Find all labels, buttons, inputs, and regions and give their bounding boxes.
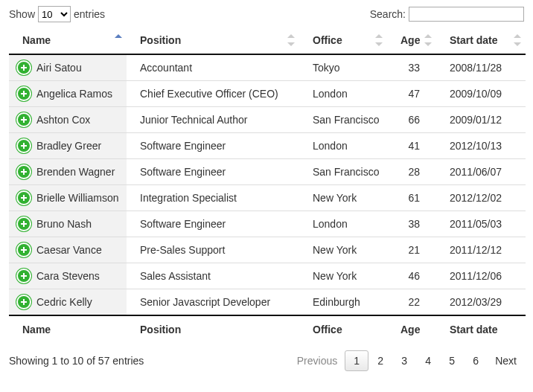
- table-row: Cara StevensSales AssistantNew York46201…: [9, 263, 526, 289]
- table-controls-top: Show 102550100 entries Search:: [9, 6, 524, 27]
- sort-icon: [287, 34, 295, 46]
- cell-name-text: Caesar Vance: [36, 244, 102, 256]
- cell-name-text: Ashton Cox: [36, 114, 90, 126]
- cell-start: 2009/01/12: [436, 107, 526, 133]
- cell-start: 2011/06/07: [436, 159, 526, 185]
- table-info: Showing 1 to 10 of 57 entries: [9, 355, 144, 367]
- cell-start: 2011/12/12: [436, 237, 526, 263]
- search-input[interactable]: [409, 7, 524, 22]
- expand-row-icon[interactable]: [18, 192, 30, 204]
- column-header-label: Office: [313, 34, 342, 46]
- pagination-page-4[interactable]: 4: [416, 350, 440, 371]
- cell-age: 21: [387, 237, 436, 263]
- cell-name: Angelica Ramos: [9, 81, 127, 107]
- cell-position: Pre-Sales Support: [127, 237, 299, 263]
- sort-icon: [424, 34, 432, 46]
- table-row: Cedric KellySenior Javascript DeveloperE…: [9, 289, 526, 316]
- cell-position: Accountant: [127, 54, 299, 81]
- cell-age: 61: [387, 185, 436, 211]
- length-menu: Show 102550100 entries: [9, 6, 105, 22]
- cell-start: 2011/05/03: [436, 211, 526, 237]
- cell-age: 46: [387, 263, 436, 289]
- cell-office: New York: [299, 263, 387, 289]
- cell-name: Ashton Cox: [9, 107, 127, 133]
- table-row: Brielle WilliamsonIntegration Specialist…: [9, 185, 526, 211]
- length-menu-show: Show: [9, 8, 35, 20]
- cell-position: Software Engineer: [127, 133, 299, 159]
- cell-age: 41: [387, 133, 436, 159]
- data-table: NamePositionOfficeAgeStart date Airi Sat…: [9, 27, 526, 343]
- cell-name: Bruno Nash: [9, 211, 127, 237]
- table-row: Brenden WagnerSoftware EngineerSan Franc…: [9, 159, 526, 185]
- expand-row-icon[interactable]: [18, 114, 30, 126]
- table-head: NamePositionOfficeAgeStart date: [9, 27, 526, 54]
- column-footer-start: Start date: [436, 315, 526, 343]
- expand-row-icon[interactable]: [18, 140, 30, 152]
- cell-position: Integration Specialist: [127, 185, 299, 211]
- search-label: Search:: [370, 8, 406, 20]
- length-menu-entries: entries: [74, 8, 105, 20]
- pagination-page-2[interactable]: 2: [368, 350, 392, 371]
- cell-age: 28: [387, 159, 436, 185]
- cell-office: London: [299, 211, 387, 237]
- cell-position: Software Engineer: [127, 159, 299, 185]
- cell-name-text: Airi Satou: [36, 62, 82, 74]
- column-header-position[interactable]: Position: [127, 27, 299, 54]
- pagination-page-6[interactable]: 6: [464, 350, 488, 371]
- column-footer-age: Age: [387, 315, 436, 343]
- table-row: Angelica RamosChief Executive Officer (C…: [9, 81, 526, 107]
- pagination-page-5[interactable]: 5: [440, 350, 464, 371]
- cell-office: San Francisco: [299, 159, 387, 185]
- pagination-page-3[interactable]: 3: [392, 350, 416, 371]
- cell-name: Bradley Greer: [9, 133, 127, 159]
- column-header-office[interactable]: Office: [299, 27, 387, 54]
- sort-icon: [514, 34, 521, 46]
- column-header-start[interactable]: Start date: [436, 27, 526, 54]
- cell-position: Software Engineer: [127, 211, 299, 237]
- cell-age: 22: [387, 289, 436, 316]
- cell-office: New York: [299, 185, 387, 211]
- column-header-name[interactable]: Name: [9, 27, 127, 54]
- cell-office: London: [299, 133, 387, 159]
- cell-age: 47: [387, 81, 436, 107]
- cell-name-text: Bruno Nash: [36, 218, 92, 230]
- column-header-age[interactable]: Age: [387, 27, 436, 54]
- table-row: Bruno NashSoftware EngineerLondon382011/…: [9, 211, 526, 237]
- table-row: Airi SatouAccountantTokyo332008/11/28: [9, 54, 526, 81]
- cell-start: 2012/12/02: [436, 185, 526, 211]
- expand-row-icon[interactable]: [18, 62, 30, 74]
- sort-icon: [375, 34, 383, 46]
- column-footer-position: Position: [127, 315, 299, 343]
- table-body: Airi SatouAccountantTokyo332008/11/28Ang…: [9, 54, 526, 315]
- pagination-next[interactable]: Next: [488, 350, 524, 371]
- cell-age: 38: [387, 211, 436, 237]
- entries-select[interactable]: 102550100: [38, 6, 71, 22]
- cell-name-text: Brenden Wagner: [36, 166, 115, 178]
- cell-office: San Francisco: [299, 107, 387, 133]
- cell-name: Cedric Kelly: [9, 289, 127, 316]
- expand-row-icon[interactable]: [18, 244, 30, 256]
- cell-position: Senior Javascript Developer: [127, 289, 299, 316]
- cell-name: Cara Stevens: [9, 263, 127, 289]
- pagination-previous: Previous: [290, 350, 345, 371]
- expand-row-icon[interactable]: [18, 166, 30, 178]
- cell-office: London: [299, 81, 387, 107]
- cell-start: 2011/12/06: [436, 263, 526, 289]
- expand-row-icon[interactable]: [18, 270, 30, 282]
- pagination-page-1[interactable]: 1: [345, 350, 368, 371]
- pagination: Previous123456Next: [290, 350, 524, 371]
- cell-office: New York: [299, 237, 387, 263]
- column-header-label: Position: [140, 34, 181, 46]
- cell-position: Junior Technical Author: [127, 107, 299, 133]
- cell-name-text: Cara Stevens: [36, 270, 100, 282]
- expand-row-icon[interactable]: [18, 296, 30, 308]
- table-row: Bradley GreerSoftware EngineerLondon4120…: [9, 133, 526, 159]
- expand-row-icon[interactable]: [18, 218, 30, 230]
- cell-age: 33: [387, 54, 436, 81]
- cell-name: Brielle Williamson: [9, 185, 127, 211]
- cell-start: 2008/11/28: [436, 54, 526, 81]
- expand-row-icon[interactable]: [18, 88, 30, 100]
- cell-start: 2012/10/13: [436, 133, 526, 159]
- cell-age: 66: [387, 107, 436, 133]
- cell-name: Caesar Vance: [9, 237, 127, 263]
